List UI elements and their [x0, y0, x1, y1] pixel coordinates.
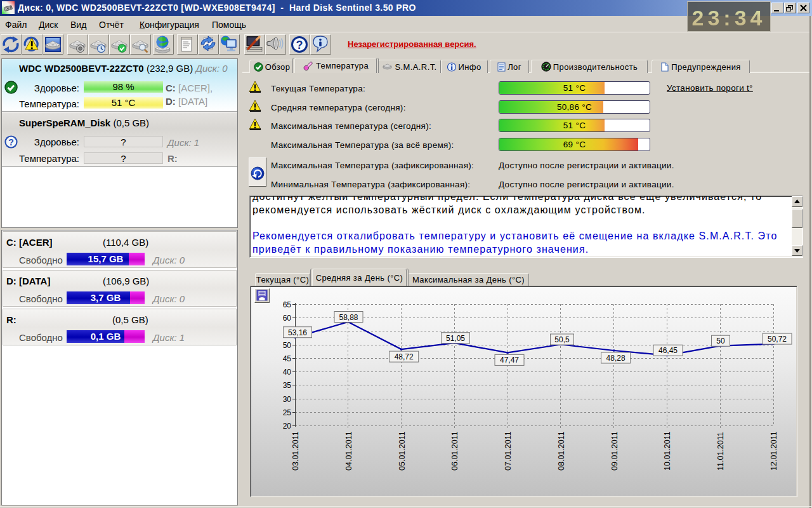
- svg-text:45: 45: [283, 354, 292, 363]
- svg-text:47,47: 47,47: [500, 356, 519, 364]
- svg-text:50,72: 50,72: [768, 335, 787, 344]
- svg-text:48,72: 48,72: [395, 352, 414, 361]
- svg-text:46,45: 46,45: [658, 346, 678, 355]
- svg-text:?: ?: [296, 39, 303, 51]
- svg-text:65: 65: [283, 300, 292, 309]
- svg-text:04.01.2011: 04.01.2011: [344, 431, 353, 471]
- svg-text:53,16: 53,16: [288, 328, 307, 337]
- svg-text:10.01.2011: 10.01.2011: [663, 431, 672, 471]
- svg-text:40: 40: [283, 368, 292, 377]
- svg-text:03.01.2011: 03.01.2011: [291, 431, 300, 471]
- svg-text:30: 30: [283, 395, 292, 404]
- svg-text:12.01.2011: 12.01.2011: [769, 431, 778, 471]
- svg-text:58,88: 58,88: [339, 313, 358, 322]
- svg-text:35: 35: [283, 381, 292, 390]
- svg-text:25: 25: [283, 408, 292, 417]
- svg-text:07.01.2011: 07.01.2011: [504, 431, 513, 471]
- svg-text:09.01.2011: 09.01.2011: [610, 431, 619, 471]
- svg-text:50,5: 50,5: [554, 335, 570, 344]
- svg-text:48,28: 48,28: [606, 354, 625, 363]
- svg-text:20: 20: [283, 422, 292, 431]
- svg-text:51,05: 51,05: [446, 334, 465, 343]
- svg-text:08.01.2011: 08.01.2011: [557, 431, 566, 471]
- svg-text:50: 50: [283, 341, 292, 350]
- svg-text:50: 50: [716, 337, 725, 345]
- svg-text:11.01.2011: 11.01.2011: [716, 432, 725, 471]
- svg-text:60: 60: [283, 314, 292, 323]
- svg-text:05.01.2011: 05.01.2011: [398, 431, 407, 471]
- svg-text:06.01.2011: 06.01.2011: [450, 431, 459, 471]
